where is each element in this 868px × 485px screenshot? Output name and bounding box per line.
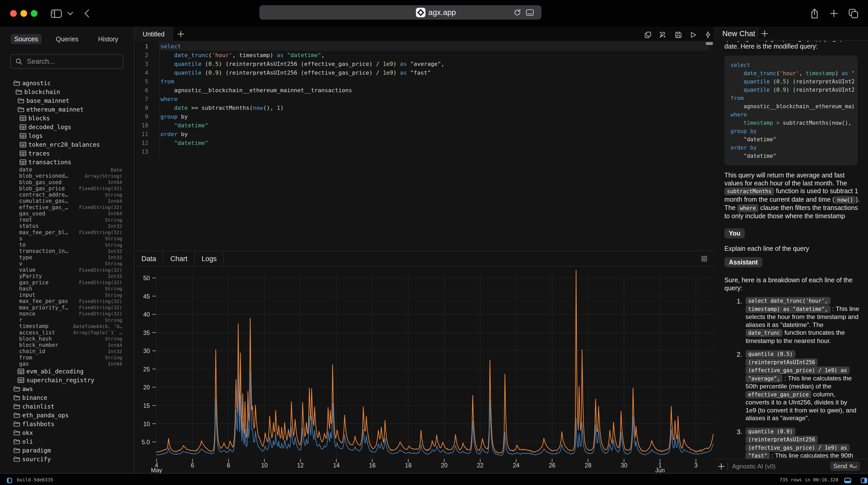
url-bar[interactable]: agx.app bbox=[259, 5, 541, 20]
tree-column-block_number[interactable]: block_numberInt64 bbox=[0, 342, 134, 348]
editor-scrollbar-thumb[interactable] bbox=[706, 42, 713, 45]
tree-node-oli[interactable]: oli bbox=[0, 437, 134, 446]
tree-node-label: aws bbox=[22, 386, 33, 392]
tree-column-yParity[interactable]: yParityInt32 bbox=[0, 273, 134, 279]
gas-price-chart[interactable]: 5.01015202530354045504681012141618202224… bbox=[135, 266, 714, 473]
code-line: "datetime" bbox=[731, 152, 854, 160]
tree-column-transaction_in[interactable]: transaction_in…Int32 bbox=[0, 248, 134, 254]
tree-column-max_fee_per_bl[interactable]: max_fee_per_bl…FixedString(32) bbox=[0, 229, 134, 235]
sidebar-tab-history[interactable]: History bbox=[88, 34, 129, 44]
tree-node-chainlist[interactable]: chainlist bbox=[0, 402, 134, 411]
tree-column-from[interactable]: fromString bbox=[0, 355, 134, 361]
tree-column-max_fee_per_gas[interactable]: max_fee_per_gasFixedString(32) bbox=[0, 298, 134, 304]
new-tab-icon[interactable] bbox=[830, 9, 838, 18]
tree-column-gas_used[interactable]: gas_usedInt64 bbox=[0, 211, 134, 217]
chat-new-chat-button[interactable] bbox=[757, 27, 772, 40]
send-button[interactable]: Send⌘↵ bbox=[830, 461, 860, 471]
tree-node-evm_abi_decoding[interactable]: evm_abi_decoding bbox=[0, 367, 134, 376]
lightning-icon[interactable] bbox=[705, 31, 711, 38]
save-icon[interactable] bbox=[675, 32, 681, 38]
code-line: quantile (0.5) (reinterpretAsUInt256 (ef… bbox=[160, 60, 444, 68]
tree-column-value[interactable]: valueFixedString(32) bbox=[0, 267, 134, 273]
tree-node-decoded_logs[interactable]: decoded_logs bbox=[0, 123, 134, 131]
editor-new-tab-button[interactable] bbox=[174, 27, 188, 41]
tree-node-aws[interactable]: aws bbox=[0, 385, 134, 393]
tree-column-type[interactable]: typeInt32 bbox=[0, 254, 134, 261]
tree-column-block_hash[interactable]: block_hashString bbox=[0, 336, 134, 342]
sidebar-tab-queries[interactable]: Queries bbox=[47, 34, 88, 44]
traffic-light-close[interactable] bbox=[10, 10, 17, 17]
tree-column-gas[interactable]: gasInt64 bbox=[0, 361, 134, 367]
tree-column-r[interactable]: rString bbox=[0, 317, 134, 323]
tree-column-s[interactable]: sString bbox=[0, 235, 134, 242]
tree-column-access_list[interactable]: access_listArray(Tuple(`1` … bbox=[0, 329, 134, 336]
tree-column-input[interactable]: inputString bbox=[0, 292, 134, 298]
panel-bottom-icon[interactable] bbox=[844, 478, 851, 483]
content-area: SourcesQueriesHistory Search... agnostic… bbox=[0, 27, 868, 473]
tree-column-timestamp[interactable]: timestampDateTime64(6, 'U… bbox=[0, 323, 134, 329]
tree-column-chain_id[interactable]: chain_idInt32 bbox=[0, 348, 134, 354]
tree-column-hash[interactable]: hashString bbox=[0, 286, 134, 292]
search-input[interactable]: Search... bbox=[10, 54, 123, 69]
chat-tab-new-chat[interactable]: New Chat bbox=[714, 27, 758, 40]
sidebar-tab-sources[interactable]: Sources bbox=[6, 34, 47, 44]
tab-overview-icon[interactable] bbox=[848, 9, 858, 18]
back-icon[interactable] bbox=[84, 9, 89, 18]
tree-column-nonce[interactable]: nonceFixedString(32) bbox=[0, 311, 134, 317]
tree-node-superchain_registry[interactable]: superchain_registry bbox=[0, 376, 134, 385]
share-icon[interactable] bbox=[811, 8, 818, 19]
results-tab-bar: Data Chart Logs bbox=[135, 251, 714, 266]
tree-node-token_erc20_balances[interactable]: token_erc20_balances bbox=[0, 140, 134, 149]
tree-node-traces[interactable]: traces bbox=[0, 149, 134, 158]
traffic-light-zoom[interactable] bbox=[31, 10, 37, 17]
traffic-light-minimize[interactable] bbox=[21, 10, 27, 17]
tree-node-logs[interactable]: logs bbox=[0, 131, 134, 140]
tree-node-blockchain[interactable]: blockchain bbox=[0, 88, 134, 96]
tree-column-max_priority_f[interactable]: max_priority_f…FixedString(32) bbox=[0, 304, 134, 311]
chevron-down-icon[interactable] bbox=[67, 12, 73, 15]
tree-node-okx[interactable]: okx bbox=[0, 428, 134, 437]
tree-node-ethereum_mainnet[interactable]: ethereum_mainnet bbox=[0, 105, 134, 114]
reader-mode-icon[interactable] bbox=[526, 9, 534, 16]
tree-node-flashbots[interactable]: flashbots bbox=[0, 420, 134, 428]
tab-chart[interactable]: Chart bbox=[164, 251, 194, 266]
tree-column-effective_gas_[interactable]: effective_gas_…FixedString(32) bbox=[0, 204, 134, 211]
browser-toolbar: agx.app bbox=[0, 0, 868, 27]
tree-node-sourcify[interactable]: sourcify bbox=[0, 455, 134, 463]
ai-wand-icon[interactable] bbox=[659, 32, 666, 38]
tree-column-blob_gas_price[interactable]: blob_gas_priceFixedString(32) bbox=[0, 186, 134, 192]
tab-logs[interactable]: Logs bbox=[195, 251, 224, 266]
chat-messages[interactable]: querying hourly gas pricing by applying … bbox=[714, 41, 868, 459]
tree-column-root[interactable]: rootString bbox=[0, 217, 134, 223]
agx-favicon bbox=[416, 8, 426, 17]
settings-gear-icon[interactable] bbox=[701, 255, 708, 262]
tree-column-cumulative_gas[interactable]: cumulative_gas…Int64 bbox=[0, 198, 134, 204]
tree-column-blob_gas_used[interactable]: blob_gas_usedInt64 bbox=[0, 179, 134, 186]
panel-right-icon[interactable] bbox=[861, 478, 867, 483]
sql-editor[interactable]: 12345678910111213 select date_trunc('hou… bbox=[135, 42, 714, 251]
tree-column-status[interactable]: statusInt32 bbox=[0, 223, 134, 229]
tree-column-contract_addre[interactable]: contract_addre…String bbox=[0, 192, 134, 198]
tree-column-v[interactable]: vString bbox=[0, 261, 134, 267]
column-type: String bbox=[105, 192, 122, 198]
refresh-icon[interactable] bbox=[514, 9, 521, 16]
tree-column-date[interactable]: dateDate bbox=[0, 167, 134, 173]
tree-node-agnostic[interactable]: agnostic bbox=[0, 79, 134, 88]
sidebar-toggle-icon[interactable] bbox=[51, 9, 62, 18]
duplicate-icon[interactable] bbox=[645, 32, 651, 38]
tab-data[interactable]: Data bbox=[135, 251, 163, 266]
column-type: String bbox=[105, 355, 122, 360]
tree-node-paradigm[interactable]: paradigm bbox=[0, 446, 134, 455]
tree-column-gas_price[interactable]: gas_priceFixedString(32) bbox=[0, 280, 134, 286]
tree-node-blocks[interactable]: blocks bbox=[0, 114, 134, 123]
editor-tab-untitled[interactable]: Untitled bbox=[135, 27, 173, 41]
chat-input-placeholder[interactable]: Agnostic AI (v0) bbox=[732, 459, 776, 474]
tree-node-binance[interactable]: binance bbox=[0, 393, 134, 402]
tree-column-blob_versioned[interactable]: blob_versioned…Array(String) bbox=[0, 173, 134, 179]
tree-node-transactions[interactable]: transactions bbox=[0, 158, 134, 167]
chat-attach-button[interactable] bbox=[716, 459, 726, 474]
run-icon[interactable] bbox=[690, 32, 696, 38]
tree-node-base_mainnet[interactable]: base_mainnet bbox=[0, 96, 134, 105]
tree-column-to[interactable]: toString bbox=[0, 242, 134, 248]
tree-node-eth_panda_ops[interactable]: eth_panda_ops bbox=[0, 411, 134, 420]
